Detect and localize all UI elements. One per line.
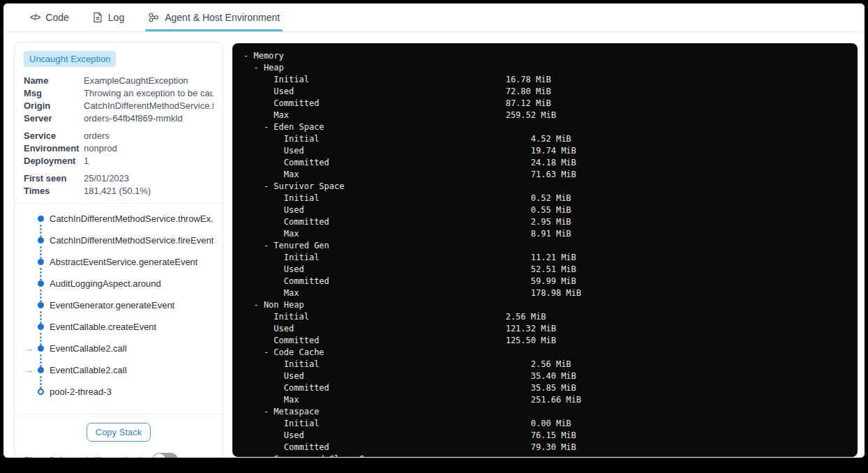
terminal-line: Max259.52 MiB <box>244 110 846 121</box>
tab-label: Code <box>45 12 68 23</box>
stack-frame-item[interactable]: →EventCallable2.call <box>24 365 214 386</box>
show-3rd-party-toggle[interactable] <box>152 453 178 458</box>
terminal-line-value: 24.18 MiB <box>531 157 576 169</box>
terminal-line: - Metaspace <box>244 406 846 418</box>
exception-field-value: ExampleCaughtException <box>84 75 214 86</box>
stack-frame-item[interactable]: →EventCallable2.call <box>24 343 214 365</box>
stack-frame-item[interactable]: CatchInDifferentMethodService.fireEvent <box>24 235 214 257</box>
terminal-line: - Eden Space <box>244 121 846 133</box>
exception-fields-context: ServiceordersEnvironmentnonprodDeploymen… <box>24 130 214 166</box>
terminal-line-value: 72.80 MiB <box>506 86 551 98</box>
terminal-line-value: 0.55 MiB <box>531 204 571 216</box>
terminal-line-label: - Tenured Gen <box>244 241 329 250</box>
exception-field-label: Server <box>24 113 81 123</box>
terminal-line-value: 178.98 MiB <box>531 287 581 299</box>
terminal-line-label: - Heap <box>244 63 284 73</box>
terminal-line-value: 16.78 MiB <box>506 74 551 86</box>
stack-frame-label: EventCallable.createEvent <box>50 322 156 332</box>
stack-frame-label: EventCallable2.call <box>50 343 127 354</box>
terminal-line-value: 71.63 MiB <box>531 169 576 181</box>
frame-dot-icon <box>38 237 44 243</box>
terminal-line-label: Initial <box>244 253 319 262</box>
exception-field-label: Environment <box>24 143 81 153</box>
exception-field-label: Name <box>24 75 81 86</box>
terminal-line-label: - Eden Space <box>244 122 324 132</box>
terminal-line-value: 59.99 MiB <box>531 276 576 287</box>
exception-fields-primary: NameExampleCaughtExceptionMsgThrowing an… <box>24 75 214 123</box>
stack-frame-label: AuditLoggingAspect.around <box>50 278 161 289</box>
terminal-line: Initial4.52 MiB <box>244 133 846 145</box>
memory-stats-terminal[interactable]: - Memory - Heap Initial16.78 MiB Used72.… <box>232 43 858 457</box>
terminal-line-value: 2.56 MiB <box>531 359 571 370</box>
terminal-line: Used72.80 MiB <box>244 86 846 98</box>
terminal-line-label: Committed <box>244 98 319 108</box>
current-frame-arrow-icon: → <box>24 343 33 354</box>
terminal-line-label: Initial <box>244 419 319 428</box>
terminal-line: Committed79.30 MiB <box>244 442 846 453</box>
tab-code[interactable]: </> Code <box>29 3 70 31</box>
terminal-line-label: - Compressed Class Space <box>244 454 384 457</box>
stack-frame-item[interactable]: pool-2-thread-3 <box>24 386 214 408</box>
stack-frame-label: EventCallable2.call <box>50 365 127 375</box>
stack-frame-item[interactable]: AbstractEventService.generateEvent <box>24 257 214 278</box>
terminal-line-value: 19.74 MiB <box>531 145 576 157</box>
stack-frame-item[interactable]: CatchInDifferentMethodService.throwEx... <box>24 213 214 235</box>
terminal-line: Max71.63 MiB <box>244 169 846 181</box>
terminal-line: Committed35.85 MiB <box>244 382 846 394</box>
terminal-line-label: Committed <box>244 158 329 167</box>
frame-dot-icon <box>38 324 44 330</box>
exception-field-value: 1 <box>84 156 214 166</box>
stack-frame-label: EventGenerator.generateEvent <box>50 300 174 310</box>
frame-dot-icon <box>38 216 44 222</box>
terminal-line: Committed2.95 MiB <box>244 216 846 228</box>
exception-field-label: Service <box>24 130 81 141</box>
terminal-line-label: Committed <box>244 217 329 227</box>
terminal-line: Committed24.18 MiB <box>244 157 846 169</box>
stack-frame-item[interactable]: AuditLoggingAspect.around <box>24 278 214 300</box>
terminal-line-label: Used <box>244 371 304 381</box>
content-area: Uncaught Exception NameExampleCaughtExce… <box>3 32 865 458</box>
terminal-line-label: Initial <box>244 134 319 144</box>
exception-field-label: First seen <box>24 173 81 183</box>
terminal-line-label: Used <box>244 264 304 274</box>
stack-frame-label: CatchInDifferentMethodService.throwEx... <box>50 213 214 224</box>
stack-frame-item[interactable]: EventCallable.createEvent <box>24 322 214 343</box>
terminal-line-label: - Survivor Space <box>244 181 345 191</box>
exception-field-value: orders <box>84 130 214 141</box>
tab-log[interactable]: Log <box>91 3 126 31</box>
terminal-line: Max8.91 MiB <box>244 228 846 240</box>
terminal-line-label: Used <box>244 324 294 333</box>
terminal-line: Max178.98 MiB <box>244 287 846 299</box>
terminal-line: Used19.74 MiB <box>244 145 846 157</box>
terminal-line-value: 52.51 MiB <box>531 264 576 276</box>
tab-label: Log <box>108 12 124 23</box>
toggle-label: Show 3rd party/utility methods <box>24 455 145 458</box>
window-frame: </> Code Log Agent & Host Env <box>0 0 868 473</box>
terminal-line-label: - Memory <box>244 51 284 61</box>
exception-field-label: Origin <box>24 100 81 111</box>
copy-stack-button[interactable]: Copy Stack <box>87 423 151 442</box>
exception-field-value: nonprod <box>84 143 214 153</box>
stack-frame-label: pool-2-thread-3 <box>50 386 112 397</box>
terminal-line: Committed125.50 MiB <box>244 335 846 347</box>
terminal-line-value: 8.91 MiB <box>531 228 571 240</box>
terminal-line-label: Initial <box>244 193 319 203</box>
terminal-line: - Code Cache <box>244 347 846 359</box>
agent-host-icon <box>148 12 159 23</box>
exception-field-value: 25/01/2023 <box>84 173 214 183</box>
exception-field-value: 181,421 (50.1%) <box>84 186 214 196</box>
terminal-line-value: 76.15 MiB <box>531 430 576 442</box>
exception-type-badge: Uncaught Exception <box>24 51 116 67</box>
terminal-line: Used52.51 MiB <box>244 264 846 276</box>
tab-agent-host-environment[interactable]: Agent & Host Environment <box>147 3 281 31</box>
exception-field-label: Times <box>24 186 81 196</box>
terminal-line-value: 4.52 MiB <box>531 133 571 145</box>
terminal-line-value: 11.21 MiB <box>531 252 576 264</box>
terminal-line-label: - Metaspace <box>244 407 319 416</box>
terminal-line-value: 79.30 MiB <box>531 442 576 453</box>
terminal-line: - Survivor Space <box>244 181 846 193</box>
stack-frame-item[interactable]: EventGenerator.generateEvent <box>24 300 214 322</box>
frame-dot-icon <box>38 302 44 308</box>
terminal-line: Initial2.56 MiB <box>244 359 846 370</box>
terminal-line: Committed59.99 MiB <box>244 276 846 287</box>
